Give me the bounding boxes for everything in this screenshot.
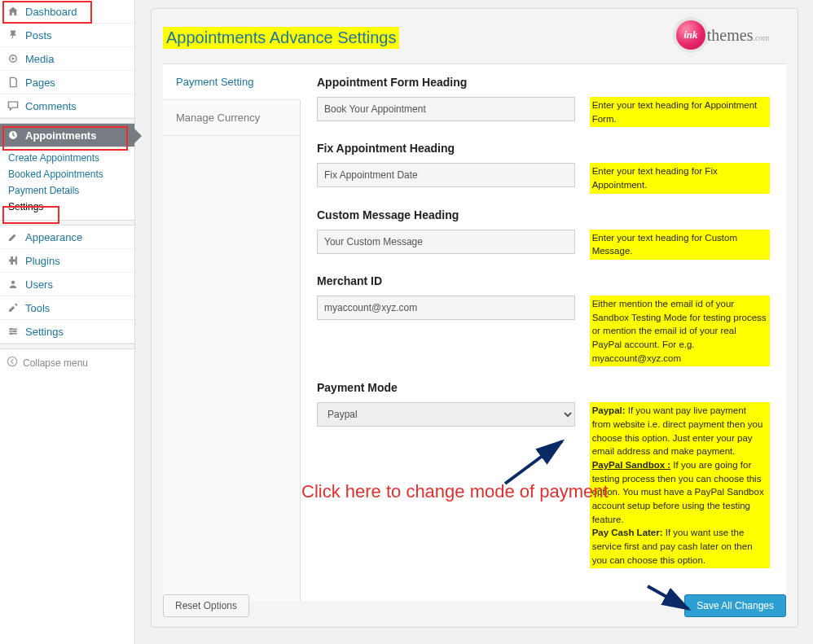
content-wrap: ink themes.com Appointments Advance Sett… bbox=[151, 8, 798, 628]
menu-separator bbox=[0, 220, 134, 226]
menu-appointments[interactable]: Appointments bbox=[0, 124, 134, 147]
group-custom-message-heading: Custom Message Heading Enter your text h… bbox=[317, 208, 770, 260]
help-text: Enter your text heading for Appointment … bbox=[590, 97, 770, 127]
menu-label: Comments bbox=[25, 100, 77, 112]
appointment-form-heading-input[interactable] bbox=[317, 97, 575, 121]
menu-settings[interactable]: Settings bbox=[0, 320, 134, 344]
menu-label: Appointments bbox=[25, 129, 96, 142]
custom-message-heading-input[interactable] bbox=[317, 230, 575, 254]
save-all-changes-button[interactable]: Save All Changes bbox=[684, 594, 786, 617]
menu-separator bbox=[0, 344, 134, 349]
menu-pointer-icon bbox=[134, 129, 142, 143]
menu-pages[interactable]: Pages bbox=[0, 71, 134, 94]
svg-point-2 bbox=[11, 281, 15, 284]
menu-tools[interactable]: Tools bbox=[0, 296, 134, 320]
merchant-id-input[interactable] bbox=[317, 296, 575, 320]
help-text: Enter your text heading for Fix Appointm… bbox=[590, 163, 770, 193]
plugin-icon bbox=[7, 254, 20, 267]
menu-appearance[interactable]: Appearance bbox=[0, 226, 134, 249]
settings-form: Appointment Form Heading Enter your text… bbox=[301, 64, 786, 601]
menu-label: Appearance bbox=[25, 231, 82, 243]
appearance-icon bbox=[7, 230, 20, 243]
help-text: Either mention the email id of your Sand… bbox=[590, 296, 770, 366]
menu-label: Tools bbox=[25, 302, 50, 314]
svg-point-7 bbox=[14, 331, 16, 333]
reset-options-button[interactable]: Reset Options bbox=[163, 594, 249, 617]
annotation-callout: Click here to change mode of payment bbox=[301, 480, 609, 503]
submenu-appointments: Create Appointments Booked Appointments … bbox=[0, 147, 134, 220]
group-merchant-id: Merchant ID Either mention the email id … bbox=[317, 274, 770, 366]
settings-panel: Payment Setting Manage Currency Appointm… bbox=[163, 64, 786, 601]
users-icon bbox=[7, 278, 20, 291]
appointment-icon bbox=[7, 129, 20, 142]
tab-manage-currency[interactable]: Manage Currency bbox=[163, 100, 300, 136]
form-footer: Reset Options Save All Changes bbox=[163, 594, 786, 617]
svg-point-6 bbox=[11, 328, 13, 331]
menu-comments[interactable]: Comments bbox=[0, 94, 134, 118]
submenu-create-appointments[interactable]: Create Appointments bbox=[0, 150, 134, 166]
group-heading: Appointment Form Heading bbox=[317, 76, 770, 89]
group-appointment-form-heading: Appointment Form Heading Enter your text… bbox=[317, 76, 770, 127]
help-text: Enter your text heading for Custom Messa… bbox=[590, 230, 770, 260]
tab-payment-setting[interactable]: Payment Setting bbox=[163, 64, 301, 100]
menu-label: Media bbox=[25, 53, 54, 65]
page-title: Appointments Advance Settings bbox=[163, 27, 399, 49]
inkthemes-logo: ink themes.com bbox=[666, 14, 780, 56]
svg-point-8 bbox=[11, 332, 13, 335]
menu-label: Pages bbox=[25, 77, 55, 89]
help-text: Paypal: If you want pay live payment fro… bbox=[590, 402, 770, 568]
group-fix-appointment-heading: Fix Appointment Heading Enter your text … bbox=[317, 142, 770, 193]
media-icon bbox=[7, 52, 20, 65]
home-icon bbox=[7, 5, 20, 18]
collapse-label: Collapse menu bbox=[23, 357, 88, 369]
pin-icon bbox=[7, 28, 20, 42]
payment-mode-select[interactable]: Paypal bbox=[317, 402, 575, 427]
menu-label: Dashboard bbox=[25, 6, 77, 18]
submenu-booked-appointments[interactable]: Booked Appointments bbox=[0, 166, 134, 182]
group-heading: Merchant ID bbox=[317, 274, 770, 287]
submenu-payment-details[interactable]: Payment Details bbox=[0, 182, 134, 199]
admin-sidebar: Dashboard Posts Media Pages Comments App… bbox=[0, 0, 135, 644]
menu-label: Settings bbox=[25, 326, 64, 338]
submenu-settings[interactable]: Settings bbox=[0, 199, 134, 215]
menu-dashboard[interactable]: Dashboard bbox=[0, 0, 134, 24]
group-heading: Custom Message Heading bbox=[317, 208, 770, 221]
settings-icon bbox=[7, 325, 20, 338]
tools-icon bbox=[7, 301, 20, 314]
collapse-icon bbox=[7, 356, 18, 370]
collapse-menu[interactable]: Collapse menu bbox=[0, 349, 134, 376]
page-icon bbox=[7, 76, 20, 89]
menu-label: Users bbox=[25, 278, 53, 291]
settings-tabs: Payment Setting Manage Currency bbox=[163, 64, 301, 601]
group-heading: Payment Mode bbox=[317, 381, 770, 394]
menu-label: Plugins bbox=[25, 255, 60, 267]
svg-point-9 bbox=[7, 357, 16, 366]
logo-mark-icon: ink bbox=[676, 20, 705, 50]
group-heading: Fix Appointment Heading bbox=[317, 142, 770, 155]
comment-icon bbox=[7, 99, 20, 112]
menu-posts[interactable]: Posts bbox=[0, 24, 134, 47]
group-payment-mode: Payment Mode Paypal Paypal: If you want … bbox=[317, 381, 770, 568]
fix-appointment-heading-input[interactable] bbox=[317, 163, 575, 187]
menu-label: Posts bbox=[25, 29, 52, 42]
menu-media[interactable]: Media bbox=[0, 47, 134, 71]
menu-users[interactable]: Users bbox=[0, 273, 134, 296]
menu-separator bbox=[0, 118, 134, 124]
logo-word: themes.com bbox=[707, 26, 769, 45]
menu-plugins[interactable]: Plugins bbox=[0, 249, 134, 273]
